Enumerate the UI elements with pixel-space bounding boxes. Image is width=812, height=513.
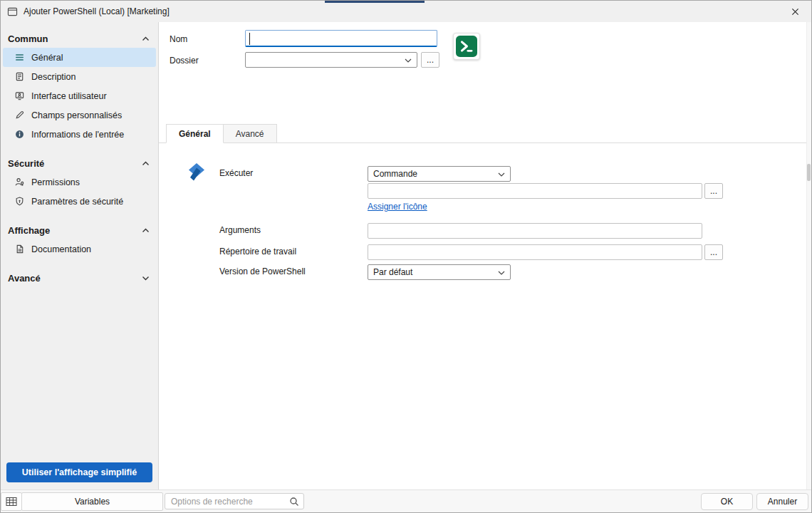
sidebar-item-interface-utilisateur[interactable]: Interface utilisateur xyxy=(3,86,156,105)
sidebar-gap xyxy=(1,144,158,154)
sidebar-section-securite[interactable]: Sécurité xyxy=(1,154,158,172)
close-icon xyxy=(791,8,799,16)
sidebar-item-champs-personnalises[interactable]: Champs personnalisés xyxy=(3,105,156,125)
list-icon xyxy=(14,52,25,63)
shield-icon xyxy=(14,196,25,207)
cancel-button[interactable]: Annuler xyxy=(756,493,808,510)
dialog-window-icon xyxy=(7,7,18,16)
sidebar-item-general[interactable]: Général xyxy=(3,48,156,67)
powershell-icon xyxy=(456,36,477,57)
arguments-label: Arguments xyxy=(219,225,261,235)
search-box xyxy=(165,493,304,509)
titlebar: Ajouter PowerShell (Local) [Marketing] xyxy=(1,1,811,22)
sidebar-item-informations-entree[interactable]: Informations de l'entrée xyxy=(3,125,156,144)
version-select-value: Par défaut xyxy=(373,267,412,277)
ok-button[interactable]: OK xyxy=(701,493,753,510)
executer-select-value: Commande xyxy=(373,169,417,179)
chevron-up-icon xyxy=(142,228,150,233)
sidebar-item-label: Documentation xyxy=(31,244,91,254)
executer-label: Exécuter xyxy=(219,168,253,178)
monitor-user-icon xyxy=(14,90,25,101)
sidebar: Commun Général Description Interface uti… xyxy=(1,22,159,489)
dossier-select[interactable] xyxy=(245,52,417,68)
executer-select[interactable]: Commande xyxy=(368,166,511,182)
dossier-label: Dossier xyxy=(170,56,199,66)
chevron-down-icon xyxy=(405,58,412,63)
sidebar-item-label: Description xyxy=(31,72,76,82)
assign-icon-link[interactable]: Assigner l'icône xyxy=(368,202,427,212)
section-label: Affichage xyxy=(8,225,50,236)
chevron-up-icon xyxy=(142,36,150,41)
repertoire-label: Répertoire de travail xyxy=(219,247,296,256)
sidebar-section-avance[interactable]: Avancé xyxy=(1,269,158,287)
grid-icon xyxy=(6,497,17,507)
scrollbar-track[interactable] xyxy=(806,22,811,489)
search-icon xyxy=(289,497,299,507)
sidebar-gap xyxy=(1,259,158,269)
version-label: Version de PowerShell xyxy=(219,266,306,276)
command-path-input[interactable] xyxy=(368,183,702,199)
chevron-up-icon xyxy=(142,161,150,166)
scrollbar-thumb[interactable] xyxy=(807,164,811,181)
powershell-entry-icon xyxy=(186,162,207,185)
sidebar-item-label: Informations de l'entrée xyxy=(31,130,124,140)
chevron-down-icon xyxy=(142,276,150,281)
variables-button[interactable]: Variables xyxy=(21,492,163,511)
section-label: Commun xyxy=(8,33,48,44)
dialog-title: Ajouter PowerShell (Local) [Marketing] xyxy=(24,6,170,16)
tab-avance[interactable]: Avancé xyxy=(223,124,277,143)
sidebar-item-label: Champs personnalisés xyxy=(31,110,122,120)
close-button[interactable] xyxy=(779,1,811,22)
info-icon xyxy=(14,129,25,140)
nom-label: Nom xyxy=(170,34,187,44)
dossier-browse-button[interactable]: ... xyxy=(421,52,439,68)
footer-bar: Variables OK Annuler xyxy=(1,489,811,512)
command-browse-button[interactable]: ... xyxy=(704,183,723,199)
sidebar-item-permissions[interactable]: Permissions xyxy=(3,172,156,192)
user-key-icon xyxy=(14,177,25,187)
sidebar-item-label: Interface utilisateur xyxy=(31,91,107,101)
note-icon xyxy=(14,71,25,82)
text-caret xyxy=(249,33,250,45)
repertoire-input[interactable] xyxy=(368,244,702,260)
main-panel: Nom Dossier ... Général Avancé xyxy=(159,22,811,489)
tab-strip: Général Avancé xyxy=(166,124,276,143)
sidebar-item-label: Général xyxy=(31,53,63,63)
section-label: Sécurité xyxy=(8,158,44,169)
background-window-fragment xyxy=(325,1,425,3)
section-label: Avancé xyxy=(8,273,41,284)
sidebar-section-commun[interactable]: Commun xyxy=(1,29,158,48)
powershell-tile xyxy=(453,33,480,60)
grid-view-button[interactable] xyxy=(1,492,22,511)
sidebar-item-description[interactable]: Description xyxy=(3,67,156,86)
sidebar-item-parametres-securite[interactable]: Paramètres de sécurité xyxy=(3,192,156,211)
sidebar-item-documentation[interactable]: Documentation xyxy=(3,239,156,259)
sidebar-item-label: Paramètres de sécurité xyxy=(31,197,123,207)
nom-input[interactable] xyxy=(245,30,437,47)
sidebar-gap xyxy=(1,211,158,221)
sidebar-section-affichage[interactable]: Affichage xyxy=(1,221,158,239)
version-select[interactable]: Par défaut xyxy=(368,264,511,280)
arguments-input[interactable] xyxy=(368,223,702,239)
chevron-down-icon xyxy=(498,172,505,177)
sidebar-item-label: Permissions xyxy=(31,177,80,187)
search-input[interactable] xyxy=(165,493,304,509)
repertoire-browse-button[interactable]: ... xyxy=(704,244,723,260)
document-icon xyxy=(14,244,25,254)
pencil-icon xyxy=(14,110,25,120)
tab-general[interactable]: Général xyxy=(166,124,224,143)
simplified-view-button[interactable]: Utiliser l'affichage simplifié xyxy=(6,462,152,482)
add-powershell-dialog: Ajouter PowerShell (Local) [Marketing] C… xyxy=(0,0,812,513)
chevron-down-icon xyxy=(498,271,505,275)
